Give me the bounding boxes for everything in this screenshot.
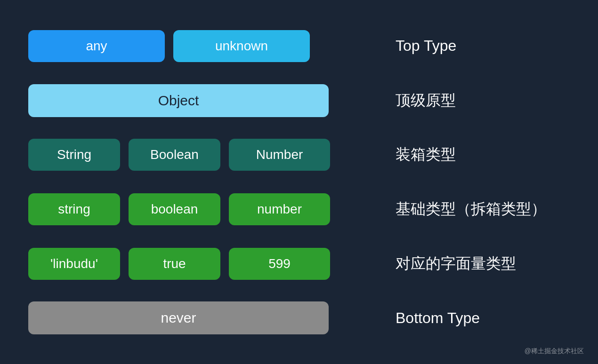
- row-2: StringBooleanNumber装箱类型: [28, 127, 570, 182]
- badge-1-0: Object: [28, 84, 329, 117]
- badge-5-0: never: [28, 301, 329, 334]
- badge-0-1: unknown: [173, 30, 310, 62]
- badge-3-0: string: [28, 193, 120, 225]
- right-label-1: 顶级原型: [396, 90, 456, 111]
- badge-2-0: String: [28, 139, 120, 171]
- left-section-0: anyunknown: [28, 30, 367, 62]
- badge-2-2: Number: [229, 139, 330, 171]
- left-section-4: 'linbudu'true599: [28, 248, 367, 280]
- main-container: anyunknownTop TypeObject顶级原型StringBoolea…: [0, 0, 598, 364]
- badge-4-1: true: [129, 248, 220, 280]
- row-5: neverBottom Type: [28, 291, 570, 345]
- right-label-3: 基础类型（拆箱类型）: [396, 199, 546, 220]
- badge-3-2: number: [229, 193, 330, 225]
- left-section-5: never: [28, 301, 367, 334]
- right-label-0: Top Type: [396, 37, 456, 55]
- left-section-1: Object: [28, 84, 367, 117]
- row-4: 'linbudu'true599对应的字面量类型: [28, 237, 570, 291]
- left-section-3: stringbooleannumber: [28, 193, 367, 225]
- right-label-5: Bottom Type: [396, 309, 480, 327]
- badge-3-1: boolean: [129, 193, 220, 225]
- row-3: stringbooleannumber基础类型（拆箱类型）: [28, 182, 570, 237]
- left-section-2: StringBooleanNumber: [28, 139, 367, 171]
- badge-4-2: 599: [229, 248, 330, 280]
- badge-4-0: 'linbudu': [28, 248, 120, 280]
- watermark: @稀土掘金技术社区: [525, 347, 584, 356]
- badge-2-1: Boolean: [129, 139, 220, 171]
- right-label-2: 装箱类型: [396, 144, 456, 165]
- right-label-4: 对应的字面量类型: [396, 253, 516, 274]
- row-1: Object顶级原型: [28, 73, 570, 128]
- badge-0-0: any: [28, 30, 165, 62]
- row-0: anyunknownTop Type: [28, 19, 570, 73]
